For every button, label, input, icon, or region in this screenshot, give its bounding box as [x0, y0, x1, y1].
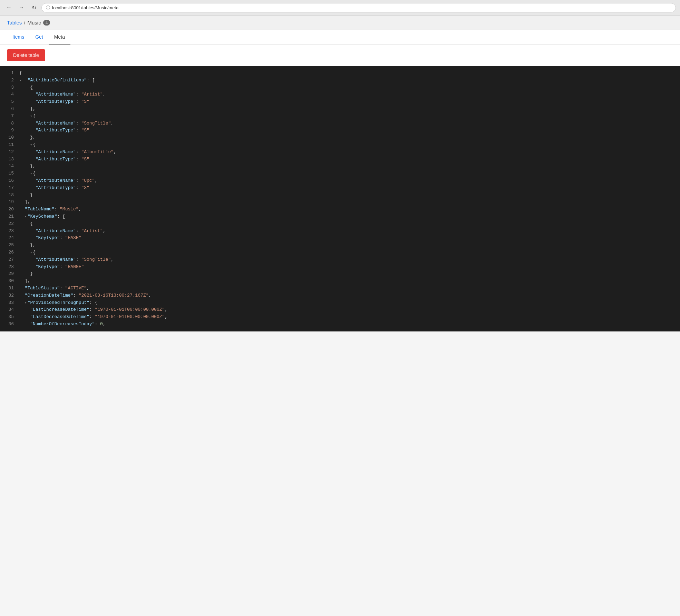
code-line-2: 2 ▾ "AttributeDefinitions": [	[0, 77, 680, 84]
line-number-5: 5	[0, 98, 17, 106]
code-line-34: 34 "LastIncreaseDateTime": "1970-01-01T0…	[0, 306, 680, 314]
back-button[interactable]: ←	[4, 3, 14, 12]
breadcrumb-tables-link[interactable]: Tables	[7, 20, 22, 26]
line-number-6: 6	[0, 106, 17, 113]
code-line-8: 8 "AttributeName": "SongTitle",	[0, 120, 680, 127]
line-content-32: "CreationDateTime": "2021-03-16T13:00:27…	[17, 292, 680, 299]
line-content-20: "TableName": "Music",	[17, 206, 680, 213]
line-number-28: 28	[0, 264, 17, 271]
line-content-35: "LastDecreaseDateTime": "1970-01-01T00:0…	[17, 314, 680, 321]
line-content-23: "AttributeName": "Artist",	[17, 228, 680, 235]
line-number-9: 9	[0, 127, 17, 134]
code-line-36: 36 "NumberOfDecreasesToday": 0,	[0, 321, 680, 328]
address-bar[interactable]: ⓘ localhost:8001/tables/Music/meta	[41, 3, 676, 12]
code-line-19: 19 ],	[0, 199, 680, 206]
line-content-19: ],	[17, 199, 680, 206]
line-content-13: "AttributeType": "S"	[17, 156, 680, 163]
code-line-7: 7 ▾{	[0, 113, 680, 120]
line-number-7: 7	[0, 113, 17, 120]
code-line-17: 17 "AttributeType": "S"	[0, 185, 680, 192]
line-number-26: 26	[0, 249, 17, 256]
line-content-24: "KeyType": "HASH"	[17, 235, 680, 242]
line-content-2: ▾ "AttributeDefinitions": [	[17, 77, 680, 84]
line-number-20: 20	[0, 206, 17, 213]
code-line-12: 12 "AttributeName": "AlbumTitle",	[0, 149, 680, 156]
line-content-12: "AttributeName": "AlbumTitle",	[17, 149, 680, 156]
line-content-6: },	[17, 106, 680, 113]
breadcrumb-table-name: Music	[28, 20, 41, 26]
line-number-31: 31	[0, 285, 17, 292]
line-number-18: 18	[0, 192, 17, 199]
tab-meta[interactable]: Meta	[49, 30, 70, 44]
code-line-1: 1 {	[0, 70, 680, 77]
breadcrumb: Tables / Music 4	[7, 20, 673, 26]
line-content-34: "LastIncreaseDateTime": "1970-01-01T00:0…	[17, 306, 680, 314]
code-line-25: 25 },	[0, 242, 680, 249]
line-content-26: ▾{	[17, 249, 680, 256]
code-editor: 1 { 2 ▾ "AttributeDefinitions": [ 3 { 4 …	[0, 66, 680, 331]
code-line-3: 3 {	[0, 84, 680, 91]
line-number-27: 27	[0, 256, 17, 264]
code-line-21: 21 ▾"KeySchema": [	[0, 213, 680, 220]
line-number-13: 13	[0, 156, 17, 163]
line-content-1: {	[17, 70, 680, 77]
line-number-10: 10	[0, 134, 17, 141]
line-content-21: ▾"KeySchema": [	[17, 213, 680, 220]
code-line-10: 10 },	[0, 134, 680, 141]
delete-table-button[interactable]: Delete table	[7, 49, 45, 61]
line-content-3: {	[17, 84, 680, 91]
tab-get[interactable]: Get	[30, 30, 49, 44]
line-content-17: "AttributeType": "S"	[17, 185, 680, 192]
line-number-35: 35	[0, 314, 17, 321]
line-number-17: 17	[0, 185, 17, 192]
lock-icon: ⓘ	[46, 5, 50, 11]
code-line-15: 15 ▾{	[0, 170, 680, 177]
line-content-5: "AttributeType": "S"	[17, 98, 680, 106]
breadcrumb-separator: /	[24, 20, 25, 26]
line-number-19: 19	[0, 199, 17, 206]
code-line-20: 20 "TableName": "Music",	[0, 206, 680, 213]
tab-items[interactable]: Items	[7, 30, 30, 44]
line-content-29: }	[17, 270, 680, 278]
code-line-14: 14 },	[0, 163, 680, 170]
breadcrumb-count-badge: 4	[43, 20, 50, 26]
code-line-9: 9 "AttributeType": "S"	[0, 127, 680, 134]
line-number-12: 12	[0, 149, 17, 156]
line-content-10: },	[17, 134, 680, 141]
line-content-9: "AttributeType": "S"	[17, 127, 680, 134]
forward-button[interactable]: →	[17, 3, 26, 12]
line-number-23: 23	[0, 228, 17, 235]
code-line-24: 24 "KeyType": "HASH"	[0, 235, 680, 242]
line-number-36: 36	[0, 321, 17, 328]
line-number-34: 34	[0, 306, 17, 314]
line-content-30: ],	[17, 278, 680, 285]
line-number-11: 11	[0, 141, 17, 149]
line-content-15: ▾{	[17, 170, 680, 177]
line-number-33: 33	[0, 299, 17, 307]
line-content-14: },	[17, 163, 680, 170]
code-line-31: 31 "TableStatus": "ACTIVE",	[0, 285, 680, 292]
line-number-21: 21	[0, 213, 17, 220]
line-number-30: 30	[0, 278, 17, 285]
line-number-1: 1	[0, 70, 17, 77]
code-line-35: 35 "LastDecreaseDateTime": "1970-01-01T0…	[0, 314, 680, 321]
code-line-33: 33 ▾"ProvisionedThroughput": {	[0, 299, 680, 307]
line-number-14: 14	[0, 163, 17, 170]
line-content-36: "NumberOfDecreasesToday": 0,	[17, 321, 680, 328]
code-line-13: 13 "AttributeType": "S"	[0, 156, 680, 163]
line-number-8: 8	[0, 120, 17, 127]
code-line-32: 32 "CreationDateTime": "2021-03-16T13:00…	[0, 292, 680, 299]
reload-button[interactable]: ↻	[29, 3, 39, 12]
code-line-6: 6 },	[0, 106, 680, 113]
code-line-28: 28 "KeyType": "RANGE"	[0, 264, 680, 271]
code-line-4: 4 "AttributeName": "Artist",	[0, 91, 680, 98]
line-content-27: "AttributeName": "SongTitle",	[17, 256, 680, 264]
line-content-18: }	[17, 192, 680, 199]
line-content-33: ▾"ProvisionedThroughput": {	[17, 299, 680, 307]
line-number-32: 32	[0, 292, 17, 299]
code-line-22: 22 {	[0, 220, 680, 228]
line-content-25: },	[17, 242, 680, 249]
code-line-23: 23 "AttributeName": "Artist",	[0, 228, 680, 235]
line-number-16: 16	[0, 177, 17, 185]
code-line-30: 30 ],	[0, 278, 680, 285]
